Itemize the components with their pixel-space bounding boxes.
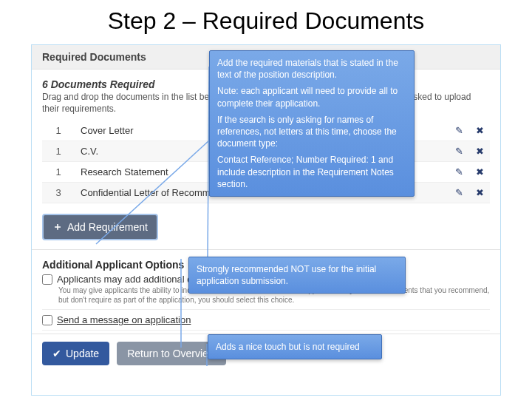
doc-qty: 1 xyxy=(42,141,75,162)
callout-requirements: Add the required materials that is state… xyxy=(209,50,415,197)
update-button[interactable]: ✔ Update xyxy=(42,342,109,365)
add-requirement-label: Add Requirement xyxy=(67,221,148,233)
delete-icon[interactable]: ✖ xyxy=(476,187,484,198)
edit-icon[interactable]: ✎ xyxy=(455,125,463,136)
update-label: Update xyxy=(66,348,99,359)
return-label: Return to Overview xyxy=(127,348,216,359)
send-message-label: Send a message on application xyxy=(57,314,191,325)
delete-icon[interactable]: ✖ xyxy=(476,125,484,136)
doc-qty: 3 xyxy=(42,183,75,203)
edit-icon[interactable]: ✎ xyxy=(455,146,463,157)
check-icon: ✔ xyxy=(52,348,61,359)
delete-icon[interactable]: ✖ xyxy=(476,166,484,177)
doc-qty: 1 xyxy=(42,121,75,141)
send-message-checkbox[interactable] xyxy=(42,315,52,325)
add-requirement-button[interactable]: ＋ Add Requirement xyxy=(42,214,158,240)
additional-docs-checkbox[interactable] xyxy=(42,274,52,285)
page-title: Step 2 – Required Documents xyxy=(0,0,532,35)
callout-nice-touch: Adds a nice touch but is not required xyxy=(208,334,382,359)
plus-icon: ＋ xyxy=(52,220,63,234)
callout-not-recommended: Strongly recommended NOT use for the ini… xyxy=(188,257,406,294)
delete-icon[interactable]: ✖ xyxy=(476,146,484,157)
edit-icon[interactable]: ✎ xyxy=(455,187,463,198)
doc-qty: 1 xyxy=(42,162,75,183)
edit-icon[interactable]: ✎ xyxy=(455,166,463,177)
